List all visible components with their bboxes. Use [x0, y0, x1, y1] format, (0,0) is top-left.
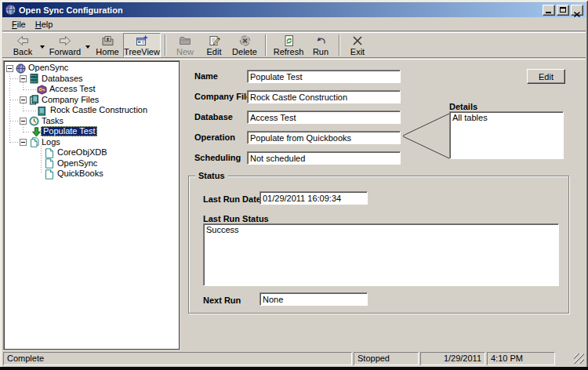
home-button[interactable]: Home — [92, 33, 123, 57]
operation-label: Operation — [194, 132, 235, 142]
tree-item-label[interactable]: Access Test — [48, 84, 97, 94]
back-button[interactable]: Back — [7, 33, 38, 57]
chevron-down-icon — [85, 45, 90, 49]
forward-arrow-icon — [58, 34, 72, 47]
log-page-icon — [44, 169, 54, 180]
treeview-icon — [135, 34, 149, 47]
tree-item-coreobjxdb[interactable]: CoreObjXDB — [4, 147, 179, 158]
back-dropdown-button[interactable] — [38, 34, 46, 57]
run-button[interactable]: Run — [307, 33, 335, 57]
next-run-label: Next Run — [203, 296, 241, 305]
company-files-icon — [29, 95, 39, 105]
tree-item-label[interactable]: Company Files — [40, 95, 100, 105]
last-run-status-label: Last Run Status — [203, 214, 269, 223]
statusbar: Complete Stopped 1/29/2011 4:10 PM — [2, 350, 586, 366]
company-file-field[interactable] — [247, 90, 401, 103]
tree-item-company-files[interactable]: Company Files — [4, 95, 179, 106]
tree-item-populate-test[interactable]: Populate Test — [4, 126, 179, 137]
edit-icon — [208, 34, 221, 47]
last-run-date-field[interactable] — [260, 191, 368, 205]
tree-item-logs[interactable]: Logs — [4, 137, 179, 148]
window-bottom-edge — [0, 367, 588, 370]
operation-field[interactable] — [247, 131, 401, 144]
details-listbox[interactable]: All tables — [449, 111, 564, 159]
statusbar-message: Complete — [3, 352, 352, 365]
scheduling-label: Scheduling — [194, 153, 241, 162]
back-arrow-icon — [16, 34, 30, 47]
last-run-date-label: Last Run Date — [203, 194, 261, 204]
menu-file[interactable]: File — [8, 19, 30, 30]
name-field[interactable] — [247, 70, 401, 83]
last-run-status-textarea[interactable]: Success — [203, 223, 559, 286]
detail-panel: Name Company File Database Operation Sch… — [182, 60, 586, 350]
forward-dropdown-button[interactable] — [84, 34, 92, 57]
tree-expander-icon[interactable] — [20, 96, 27, 103]
app-window: Open Sync Configuration File Help Back — [0, 0, 588, 370]
tree-item-label[interactable]: Databases — [40, 74, 85, 84]
tree-expander-icon[interactable] — [6, 65, 13, 72]
toolbar-separator — [165, 34, 166, 56]
titlebar: Open Sync Configuration — [2, 2, 586, 17]
tree-item-label[interactable]: OpenSync — [27, 63, 70, 73]
tree-item-label[interactable]: CoreObjXDB — [56, 147, 109, 158]
globe-icon — [16, 63, 26, 74]
app-icon — [5, 4, 16, 16]
edit-button[interactable]: Edit — [527, 69, 565, 84]
main-area: OpenSync Databases — [2, 59, 586, 350]
tree-item-quickbooks[interactable]: QuickBooks — [4, 169, 179, 180]
delete-icon — [238, 34, 252, 47]
resize-grip[interactable] — [574, 354, 584, 364]
maximize-button[interactable] — [557, 5, 569, 16]
menubar: File Help — [2, 17, 586, 31]
tree-expander-icon[interactable] — [20, 75, 27, 82]
tree-item-label[interactable]: Tasks — [40, 116, 65, 126]
toolbar-separator — [339, 34, 340, 56]
statusbar-date: 1/29/2011 — [420, 352, 485, 365]
tree-expander-icon[interactable] — [20, 118, 27, 125]
refresh-button[interactable]: Refresh — [270, 33, 307, 57]
new-folder-icon — [178, 34, 192, 47]
chevron-down-icon — [40, 45, 45, 49]
company-file-icon — [37, 106, 47, 116]
treeview-button[interactable]: TreeView — [123, 33, 161, 57]
next-run-field[interactable] — [260, 292, 368, 306]
exit-icon — [351, 34, 364, 47]
run-icon — [314, 34, 328, 47]
tree-item-rock-castle[interactable]: Rock Castle Construction — [4, 105, 179, 116]
tree-item-label[interactable]: QuickBooks — [56, 169, 105, 179]
database-field[interactable] — [247, 111, 401, 124]
forward-button[interactable]: Forward — [46, 33, 84, 57]
clock-icon — [29, 116, 39, 126]
delete-button[interactable]: Delete — [228, 33, 261, 57]
scheduling-field[interactable] — [247, 151, 401, 165]
toolbar: Back Forward Home — [2, 32, 586, 58]
close-button[interactable] — [571, 5, 583, 16]
tree-item-label[interactable]: Logs — [40, 137, 62, 147]
toolbar-separator — [265, 34, 267, 56]
company-file-label: Company File — [194, 92, 251, 101]
name-label: Name — [194, 71, 218, 81]
tree-item-label[interactable]: Populate Test — [41, 126, 97, 136]
tree-panel: OpenSync Databases — [3, 60, 180, 350]
new-button: New — [170, 33, 200, 57]
tree-item-label[interactable]: Rock Castle Construction — [49, 105, 149, 115]
home-icon — [101, 34, 114, 47]
tree-item-access-test[interactable]: Access Test — [4, 84, 179, 95]
status-group-title: Status — [195, 171, 228, 180]
tree-item-tasks[interactable]: Tasks — [4, 116, 179, 127]
minimize-button[interactable] — [543, 5, 555, 16]
logs-icon — [29, 137, 39, 147]
minimize-icon — [546, 12, 551, 13]
close-icon — [574, 8, 580, 13]
tree-item-opensync-root[interactable]: OpenSync — [4, 63, 179, 74]
edit-button-toolbar[interactable]: Edit — [200, 33, 228, 57]
statusbar-time: 4:10 PM — [487, 352, 555, 365]
tree-expander-icon[interactable] — [20, 139, 27, 146]
status-groupbox: Status Last Run Date Last Run Status Suc… — [188, 176, 569, 314]
tree-item-label[interactable]: OpenSync — [56, 158, 99, 169]
tree-item-databases[interactable]: Databases — [4, 74, 179, 85]
database-label: Database — [194, 112, 233, 122]
tree-item-opensync-log[interactable]: OpenSync — [4, 158, 179, 169]
menu-help[interactable]: Help — [31, 19, 57, 30]
exit-button[interactable]: Exit — [344, 33, 371, 57]
